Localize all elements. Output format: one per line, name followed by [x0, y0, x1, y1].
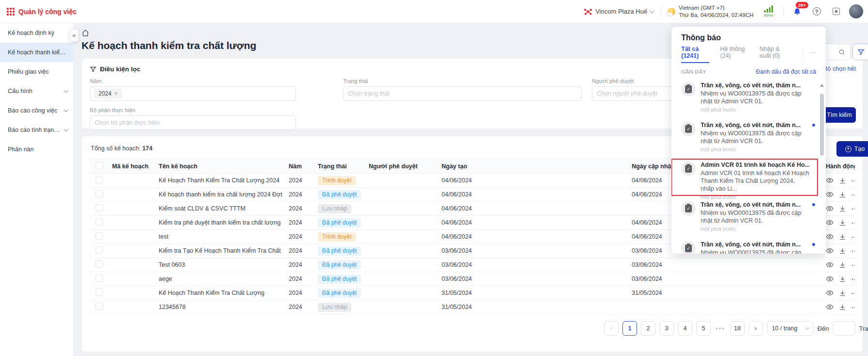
more-actions-button[interactable]: ···: [852, 233, 855, 241]
search-submit-button[interactable]: Tìm kiếm: [823, 107, 856, 123]
create-button[interactable]: + Tạo: [836, 141, 868, 157]
sidebar-item[interactable]: Báo cáo tình trạng thực hiện: [0, 120, 73, 140]
status-badge: Đã phê duyệt: [318, 260, 361, 270]
scrollbar-thumb[interactable]: [820, 94, 824, 156]
clipboard-check-icon: ✓: [685, 244, 692, 252]
view-button[interactable]: [826, 177, 834, 184]
notification-item[interactable]: ✓ Trần xệ, võng, có vết nứt, thấm n... N…: [681, 196, 816, 236]
download-button[interactable]: [839, 191, 846, 198]
prev-page-button[interactable]: ‹: [604, 321, 619, 336]
department-select-input[interactable]: [95, 119, 291, 126]
page-button[interactable]: 4: [678, 321, 692, 336]
more-actions-button[interactable]: ···: [852, 219, 855, 227]
goto-page-input[interactable]: [833, 321, 855, 336]
download-button[interactable]: [839, 205, 846, 212]
status-select[interactable]: [343, 86, 582, 101]
sidebar-item[interactable]: Kế hoạch định kỳ: [0, 23, 73, 43]
remove-tag-icon[interactable]: ×: [115, 90, 118, 97]
next-page-button[interactable]: ›: [749, 321, 763, 336]
row-checkbox[interactable]: [96, 232, 103, 240]
download-button[interactable]: [839, 219, 846, 227]
sidebar-item[interactable]: Báo cáo công việc: [0, 101, 73, 120]
app-launcher-icon[interactable]: [7, 8, 15, 16]
home-icon[interactable]: [82, 29, 89, 37]
page-button[interactable]: 18: [730, 321, 745, 336]
sidebar-item[interactable]: Kế hoạch thanh kiểm tra chất...: [0, 43, 73, 62]
more-actions-button[interactable]: ···: [852, 205, 855, 212]
sidebar-item[interactable]: Phiếu giao việc: [0, 62, 73, 81]
cell-created-date: 04/06/2024: [436, 191, 626, 198]
plus-icon: +: [845, 146, 852, 152]
more-actions-button[interactable]: ···: [852, 177, 855, 184]
notification-tab[interactable]: Nhập & xuất (0): [759, 46, 792, 63]
row-checkbox[interactable]: [96, 246, 103, 254]
notifications-button[interactable]: 20+: [791, 5, 803, 18]
more-actions-button[interactable]: ···: [852, 261, 855, 269]
select-all-checkbox[interactable]: [96, 162, 103, 169]
cell-plan-name: 12345678: [153, 304, 283, 310]
download-button[interactable]: [839, 290, 846, 297]
row-checkbox[interactable]: [96, 303, 103, 310]
view-button[interactable]: [826, 219, 834, 227]
row-checkbox[interactable]: [96, 289, 103, 296]
more-tabs-button[interactable]: ···: [803, 49, 817, 60]
table-row[interactable]: 12345678 2024 Lưu nháp 31/05/2024 ···: [90, 300, 855, 314]
download-button[interactable]: [839, 275, 846, 283]
row-checkbox[interactable]: [96, 275, 103, 282]
view-button[interactable]: [826, 247, 834, 255]
more-actions-button[interactable]: ···: [852, 247, 855, 255]
notification-item[interactable]: ✓ Trần xệ, võng, có vết nứt, thấm n... N…: [681, 77, 816, 117]
table-row[interactable]: Test 0603 2024 Đã phê duyệt 03/06/2024 0…: [90, 258, 855, 272]
page-button[interactable]: 2: [641, 321, 655, 336]
page-size-select[interactable]: 10 / trang: [767, 321, 814, 336]
table-row[interactable]: aege 2024 Đã phê duyệt 03/06/2024 03/06/…: [90, 272, 855, 286]
notification-tab[interactable]: Hệ thống (24): [720, 46, 749, 63]
download-button[interactable]: [839, 261, 846, 269]
year-select[interactable]: 2024 ×: [90, 86, 296, 101]
mall-selector[interactable]: Vincom Plaza Huế: [584, 7, 654, 16]
notification-tab[interactable]: Tất cả (1241): [681, 46, 709, 63]
download-button[interactable]: [839, 304, 846, 311]
sidebar-item[interactable]: Cấu hình: [0, 81, 73, 101]
department-select[interactable]: [90, 115, 296, 130]
notification-item[interactable]: ✓ Trần xệ, võng, có vết nứt, thấm n... N…: [681, 117, 816, 157]
status-select-input[interactable]: [348, 90, 577, 97]
sidebar-collapse-button[interactable]: «: [69, 29, 79, 42]
help-button[interactable]: ?: [810, 5, 823, 18]
mark-all-read-link[interactable]: Đánh dấu đã đọc tất cả: [756, 68, 816, 75]
view-button[interactable]: [826, 261, 834, 269]
row-checkbox[interactable]: [96, 176, 103, 183]
page-button[interactable]: 3: [659, 321, 674, 336]
widget-button[interactable]: [830, 5, 842, 18]
row-checkbox[interactable]: [96, 260, 103, 268]
page-button[interactable]: 5: [696, 321, 711, 336]
notification-item[interactable]: ✓ Trần xệ, võng, có vết nứt, thấm n... N…: [681, 236, 816, 254]
more-actions-button[interactable]: ···: [852, 290, 855, 297]
download-button[interactable]: [839, 233, 846, 241]
sidebar-item[interactable]: Phản nàn: [0, 140, 73, 159]
more-actions-button[interactable]: ···: [852, 191, 855, 198]
row-checkbox[interactable]: [96, 218, 103, 226]
scroll-up-icon[interactable]: [820, 84, 824, 87]
page-button[interactable]: 1: [622, 321, 637, 336]
view-button[interactable]: [826, 275, 834, 283]
view-button[interactable]: [826, 289, 834, 297]
notification-item-time: một phút trước: [701, 146, 809, 152]
panel-scrollbar: [819, 84, 824, 251]
filter-toggle-button[interactable]: [852, 44, 868, 60]
user-avatar[interactable]: [849, 4, 863, 18]
app-window: Quản lý công việc Vincom Plaza Huế: [0, 0, 868, 356]
row-checkbox[interactable]: [96, 190, 103, 197]
view-button[interactable]: [826, 205, 834, 212]
view-button[interactable]: [826, 303, 834, 311]
download-button[interactable]: [839, 177, 846, 184]
more-actions-button[interactable]: ···: [852, 304, 855, 311]
view-button[interactable]: [826, 191, 834, 198]
more-actions-button[interactable]: ···: [852, 275, 855, 283]
table-row[interactable]: Kế Hoạch Thanh Kiểm Tra Chất Lượng 2024 …: [90, 286, 855, 300]
notification-item[interactable]: ✓ Admin VCR 01 trình kế hoạch Kế Ho... A…: [681, 157, 816, 196]
row-checkbox[interactable]: [96, 204, 103, 211]
view-button[interactable]: [826, 233, 834, 241]
deselect-all-link[interactable]: Bỏ chọn hết: [823, 65, 856, 72]
download-button[interactable]: [839, 247, 846, 255]
